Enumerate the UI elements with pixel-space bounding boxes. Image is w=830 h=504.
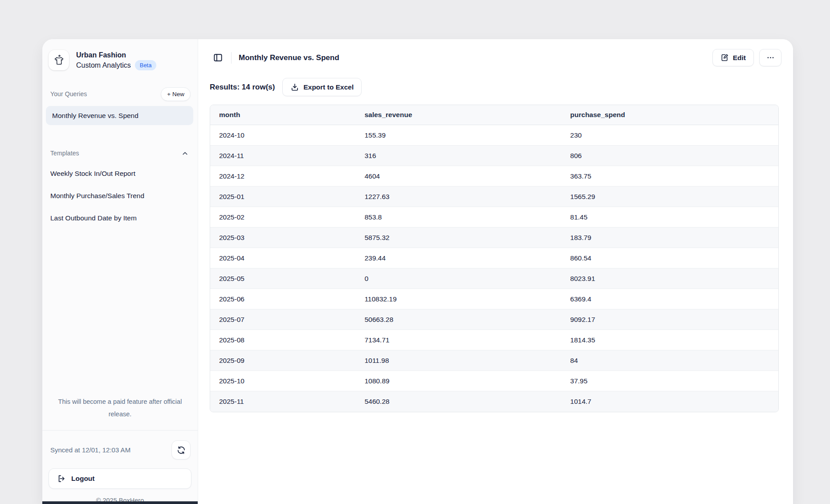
app-window: Urban Fashion Custom Analytics Beta Your… [42, 39, 793, 504]
table-cell: 806 [561, 146, 778, 166]
table-row: 2025-035875.32183.79 [210, 228, 778, 248]
table-column-header: purchase_spend [561, 105, 778, 125]
new-query-button[interactable]: + New [161, 87, 191, 101]
table-row: 2025-087134.711814.35 [210, 330, 778, 350]
download-icon [290, 83, 299, 92]
desktop-background: Urban Fashion Custom Analytics Beta Your… [0, 0, 830, 504]
table-cell: 0 [356, 268, 561, 289]
table-cell: 2025-03 [210, 228, 356, 248]
edit-button[interactable]: Edit [712, 49, 754, 66]
table-row: 2024-10155.39230 [210, 125, 778, 146]
table-row: 2025-06110832.196369.4 [210, 289, 778, 309]
bottom-banner-strip [42, 501, 198, 504]
table-cell: 2025-02 [210, 207, 356, 228]
page-title: Monthly Revenue vs. Spend [239, 53, 339, 62]
panel-left-icon [213, 53, 223, 63]
sidebar-footer: Synced at 12/01, 12:03 AM [42, 430, 198, 504]
table-column-header: month [210, 105, 356, 125]
table-cell: 860.54 [561, 248, 778, 268]
sidebar-item-monthly-revenue-vs-spend[interactable]: Monthly Revenue vs. Spend [46, 106, 193, 125]
sidebar-template-item[interactable]: Weekly Stock In/Out Report [42, 163, 198, 185]
table-cell: 2025-08 [210, 330, 356, 350]
sidebar-spacer [42, 229, 198, 395]
table-cell: 81.45 [561, 207, 778, 228]
chevron-up-icon [181, 150, 189, 157]
table-cell: 363.75 [561, 166, 778, 187]
table-cell: 5460.28 [356, 391, 561, 412]
table-cell: 239.44 [356, 248, 561, 268]
results-count: Results: 14 row(s) [210, 83, 275, 92]
table-row: 2025-101080.8937.95 [210, 371, 778, 391]
table-row: 2025-0508023.91 [210, 268, 778, 289]
table-row: 2025-115460.281014.7 [210, 391, 778, 412]
table-cell: 1814.35 [561, 330, 778, 350]
table-cell: 37.95 [561, 371, 778, 391]
table-cell: 50663.28 [356, 309, 561, 330]
table-cell: 1227.63 [356, 187, 561, 207]
refresh-icon [177, 446, 186, 455]
table-cell: 183.79 [561, 228, 778, 248]
table-cell: 110832.19 [356, 289, 561, 309]
table-body: 2024-10155.392302024-113168062024-124604… [210, 125, 778, 412]
table-cell: 7134.71 [356, 330, 561, 350]
templates-section-header: Templates [42, 146, 198, 161]
header-divider [231, 52, 232, 64]
table-cell: 6369.4 [561, 289, 778, 309]
results-table: monthsales_revenuepurchase_spend 2024-10… [210, 105, 779, 412]
table-cell: 8023.91 [561, 268, 778, 289]
table-cell: 2025-11 [210, 391, 356, 412]
beta-badge: Beta [135, 60, 157, 70]
table-header-row: monthsales_revenuepurchase_spend [210, 105, 778, 125]
table-row: 2025-02853.881.45 [210, 207, 778, 228]
sidebar-toggle-button[interactable] [210, 50, 226, 66]
table-cell: 9092.17 [561, 309, 778, 330]
workspace-logo [49, 50, 69, 70]
synced-status-text: Synced at 12/01, 12:03 AM [50, 446, 130, 454]
app-name: Custom Analytics [76, 60, 131, 70]
table-cell: 1011.98 [356, 350, 561, 371]
brand-text: Urban Fashion Custom Analytics Beta [76, 50, 156, 70]
table-cell: 1080.89 [356, 371, 561, 391]
table-cell: 316 [356, 146, 561, 166]
export-to-excel-button[interactable]: Export to Excel [282, 78, 362, 96]
sidebar-template-item[interactable]: Last Outbound Date by Item [42, 207, 198, 229]
table-cell: 2025-07 [210, 309, 356, 330]
sidebar: Urban Fashion Custom Analytics Beta Your… [42, 39, 198, 504]
logout-icon [57, 474, 66, 483]
table-cell: 2025-10 [210, 371, 356, 391]
table-cell: 2025-04 [210, 248, 356, 268]
edit-document-icon [720, 53, 729, 62]
more-options-button[interactable] [759, 49, 781, 66]
table-cell: 155.39 [356, 125, 561, 146]
queries-section-header: Your Queries + New [42, 86, 198, 102]
main-header: Monthly Revenue vs. Spend Edit [198, 39, 793, 66]
table-row: 2024-124604363.75 [210, 166, 778, 187]
export-label: Export to Excel [303, 83, 354, 91]
tshirt-hanger-icon [52, 53, 65, 67]
table-column-header: sales_revenue [356, 105, 561, 125]
table-cell: 2025-09 [210, 350, 356, 371]
results-table-container: monthsales_revenuepurchase_spend 2024-10… [210, 105, 779, 412]
table-row: 2024-11316806 [210, 146, 778, 166]
table-cell: 84 [561, 350, 778, 371]
table-cell: 5875.32 [356, 228, 561, 248]
table-cell: 2024-11 [210, 146, 356, 166]
table-cell: 2024-12 [210, 166, 356, 187]
table-cell: 1014.7 [561, 391, 778, 412]
sidebar-template-item[interactable]: Monthly Purchase/Sales Trend [42, 185, 198, 207]
refresh-button[interactable] [171, 440, 191, 459]
edit-label: Edit [733, 54, 746, 62]
sync-row: Synced at 12/01, 12:03 AM [49, 440, 191, 459]
table-cell: 2025-01 [210, 187, 356, 207]
table-cell: 1565.29 [561, 187, 778, 207]
table-cell: 230 [561, 125, 778, 146]
workspace-name: Urban Fashion [76, 50, 156, 60]
logout-button[interactable]: Logout [49, 468, 191, 489]
templates-list: Weekly Stock In/Out ReportMonthly Purcha… [42, 163, 198, 229]
query-item-label: Monthly Revenue vs. Spend [52, 112, 138, 120]
templates-section-label: Templates [50, 150, 79, 157]
table-row: 2025-091011.9884 [210, 350, 778, 371]
table-cell: 853.8 [356, 207, 561, 228]
table-cell: 2025-05 [210, 268, 356, 289]
templates-collapse-button[interactable] [179, 148, 191, 159]
